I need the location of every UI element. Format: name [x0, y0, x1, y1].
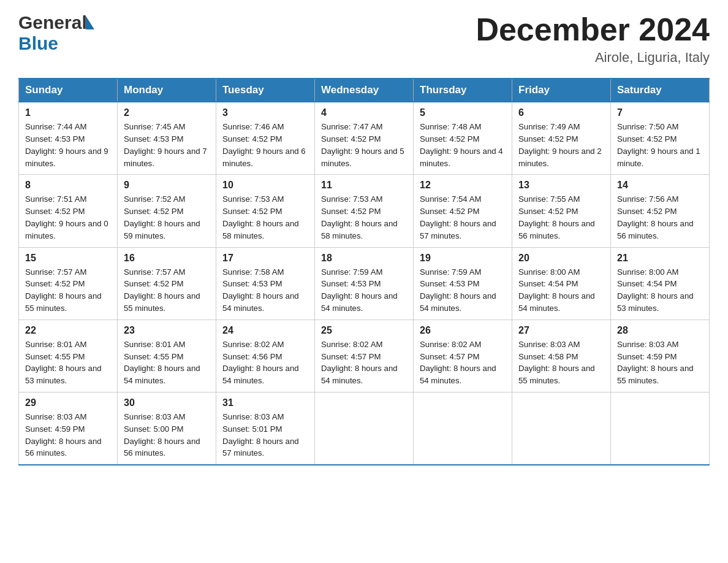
- col-header-thursday: Thursday: [414, 79, 512, 102]
- calendar-cell: 5Sunrise: 7:48 AMSunset: 4:52 PMDaylight…: [414, 102, 512, 175]
- calendar-cell: 17Sunrise: 7:58 AMSunset: 4:53 PMDayligh…: [216, 247, 315, 320]
- calendar-cell: 4Sunrise: 7:47 AMSunset: 4:52 PMDaylight…: [315, 102, 414, 175]
- calendar-cell: 16Sunrise: 7:57 AMSunset: 4:52 PMDayligh…: [118, 247, 216, 320]
- calendar-cell: 12Sunrise: 7:54 AMSunset: 4:52 PMDayligh…: [414, 175, 512, 247]
- day-info: Sunrise: 8:01 AMSunset: 4:55 PMDaylight:…: [124, 339, 210, 387]
- calendar-cell: 11Sunrise: 7:53 AMSunset: 4:52 PMDayligh…: [315, 175, 414, 247]
- day-number: 5: [420, 107, 506, 118]
- day-info: Sunrise: 7:58 AMSunset: 4:53 PMDaylight:…: [222, 266, 308, 315]
- day-number: 12: [420, 180, 506, 191]
- day-info: Sunrise: 7:57 AMSunset: 4:52 PMDaylight:…: [124, 266, 210, 315]
- day-number: 22: [25, 325, 111, 336]
- day-number: 16: [124, 253, 210, 264]
- day-number: 1: [25, 107, 111, 118]
- col-header-saturday: Saturday: [611, 79, 710, 102]
- day-info: Sunrise: 8:03 AMSunset: 5:01 PMDaylight:…: [222, 411, 308, 459]
- day-info: Sunrise: 8:02 AMSunset: 4:57 PMDaylight:…: [420, 339, 506, 387]
- day-number: 21: [617, 253, 703, 264]
- day-info: Sunrise: 8:00 AMSunset: 4:54 PMDaylight:…: [617, 266, 703, 315]
- calendar-cell: 29Sunrise: 8:03 AMSunset: 4:59 PMDayligh…: [19, 392, 118, 465]
- calendar-cell: 25Sunrise: 8:02 AMSunset: 4:57 PMDayligh…: [315, 320, 414, 392]
- day-number: 13: [518, 180, 604, 191]
- calendar-cell: 24Sunrise: 8:02 AMSunset: 4:56 PMDayligh…: [216, 320, 315, 392]
- calendar-cell: 14Sunrise: 7:56 AMSunset: 4:52 PMDayligh…: [611, 175, 710, 247]
- calendar-header-row: SundayMondayTuesdayWednesdayThursdayFrid…: [19, 79, 710, 102]
- calendar-cell: 22Sunrise: 8:01 AMSunset: 4:55 PMDayligh…: [19, 320, 118, 392]
- day-number: 18: [321, 253, 407, 264]
- day-number: 17: [222, 253, 308, 264]
- day-info: Sunrise: 8:03 AMSunset: 4:58 PMDaylight:…: [518, 339, 604, 387]
- day-number: 27: [518, 325, 604, 336]
- day-number: 23: [124, 325, 210, 336]
- day-number: 20: [518, 253, 604, 264]
- calendar-week-row: 22Sunrise: 8:01 AMSunset: 4:55 PMDayligh…: [19, 320, 710, 392]
- day-info: Sunrise: 7:53 AMSunset: 4:52 PMDaylight:…: [222, 193, 308, 242]
- day-info: Sunrise: 7:50 AMSunset: 4:52 PMDaylight:…: [617, 121, 703, 169]
- col-header-tuesday: Tuesday: [216, 79, 315, 102]
- day-number: 6: [518, 107, 604, 118]
- calendar-cell: 27Sunrise: 8:03 AMSunset: 4:58 PMDayligh…: [512, 320, 611, 392]
- calendar-cell: 7Sunrise: 7:50 AMSunset: 4:52 PMDaylight…: [611, 102, 710, 175]
- day-info: Sunrise: 8:03 AMSunset: 5:00 PMDaylight:…: [124, 411, 210, 459]
- logo: General Blue: [18, 12, 94, 54]
- day-number: 24: [222, 325, 308, 336]
- day-number: 2: [124, 107, 210, 118]
- calendar-cell: 23Sunrise: 8:01 AMSunset: 4:55 PMDayligh…: [118, 320, 216, 392]
- calendar-cell: [611, 392, 710, 465]
- day-number: 7: [617, 107, 703, 118]
- col-header-monday: Monday: [118, 79, 216, 102]
- day-number: 31: [222, 397, 308, 408]
- calendar-cell: 18Sunrise: 7:59 AMSunset: 4:53 PMDayligh…: [315, 247, 414, 320]
- day-number: 25: [321, 325, 407, 336]
- calendar-cell: 31Sunrise: 8:03 AMSunset: 5:01 PMDayligh…: [216, 392, 315, 465]
- calendar-cell: 26Sunrise: 8:02 AMSunset: 4:57 PMDayligh…: [414, 320, 512, 392]
- day-info: Sunrise: 7:51 AMSunset: 4:52 PMDaylight:…: [25, 193, 111, 242]
- day-number: 3: [222, 107, 308, 118]
- day-number: 19: [420, 253, 506, 264]
- calendar-cell: 2Sunrise: 7:45 AMSunset: 4:53 PMDaylight…: [118, 102, 216, 175]
- month-title: December 2024: [476, 12, 710, 47]
- day-info: Sunrise: 7:46 AMSunset: 4:52 PMDaylight:…: [222, 121, 308, 169]
- logo-arrow-icon: [86, 16, 94, 29]
- day-info: Sunrise: 7:55 AMSunset: 4:52 PMDaylight:…: [518, 193, 604, 242]
- day-info: Sunrise: 7:54 AMSunset: 4:52 PMDaylight:…: [420, 193, 506, 242]
- logo-blue: Blue: [18, 33, 58, 54]
- calendar-week-row: 15Sunrise: 7:57 AMSunset: 4:52 PMDayligh…: [19, 247, 710, 320]
- calendar-week-row: 8Sunrise: 7:51 AMSunset: 4:52 PMDaylight…: [19, 175, 710, 247]
- day-number: 30: [124, 397, 210, 408]
- calendar-cell: [414, 392, 512, 465]
- day-info: Sunrise: 8:01 AMSunset: 4:55 PMDaylight:…: [25, 339, 111, 387]
- calendar-cell: 6Sunrise: 7:49 AMSunset: 4:52 PMDaylight…: [512, 102, 611, 175]
- calendar-week-row: 1Sunrise: 7:44 AMSunset: 4:53 PMDaylight…: [19, 102, 710, 175]
- day-number: 29: [25, 397, 111, 408]
- col-header-friday: Friday: [512, 79, 611, 102]
- calendar-cell: 19Sunrise: 7:59 AMSunset: 4:53 PMDayligh…: [414, 247, 512, 320]
- day-number: 4: [321, 107, 407, 118]
- col-header-wednesday: Wednesday: [315, 79, 414, 102]
- location: Airole, Liguria, Italy: [476, 50, 710, 66]
- day-info: Sunrise: 7:49 AMSunset: 4:52 PMDaylight:…: [518, 121, 604, 169]
- day-number: 14: [617, 180, 703, 191]
- day-info: Sunrise: 8:03 AMSunset: 4:59 PMDaylight:…: [617, 339, 703, 387]
- day-info: Sunrise: 7:53 AMSunset: 4:52 PMDaylight:…: [321, 193, 407, 242]
- calendar-cell: 9Sunrise: 7:52 AMSunset: 4:52 PMDaylight…: [118, 175, 216, 247]
- calendar-cell: 15Sunrise: 7:57 AMSunset: 4:52 PMDayligh…: [19, 247, 118, 320]
- day-number: 10: [222, 180, 308, 191]
- calendar-cell: 28Sunrise: 8:03 AMSunset: 4:59 PMDayligh…: [611, 320, 710, 392]
- day-number: 28: [617, 325, 703, 336]
- day-info: Sunrise: 7:48 AMSunset: 4:52 PMDaylight:…: [420, 121, 506, 169]
- page-header: General Blue December 2024 Airole, Ligur…: [18, 12, 710, 66]
- calendar-cell: 20Sunrise: 8:00 AMSunset: 4:54 PMDayligh…: [512, 247, 611, 320]
- calendar-table: SundayMondayTuesdayWednesdayThursdayFrid…: [18, 78, 710, 465]
- day-number: 26: [420, 325, 506, 336]
- day-info: Sunrise: 7:56 AMSunset: 4:52 PMDaylight:…: [617, 193, 703, 242]
- day-number: 9: [124, 180, 210, 191]
- day-info: Sunrise: 8:03 AMSunset: 4:59 PMDaylight:…: [25, 411, 111, 459]
- day-info: Sunrise: 7:45 AMSunset: 4:53 PMDaylight:…: [124, 121, 210, 169]
- day-info: Sunrise: 7:59 AMSunset: 4:53 PMDaylight:…: [321, 266, 407, 315]
- calendar-cell: 13Sunrise: 7:55 AMSunset: 4:52 PMDayligh…: [512, 175, 611, 247]
- day-info: Sunrise: 7:59 AMSunset: 4:53 PMDaylight:…: [420, 266, 506, 315]
- calendar-cell: 10Sunrise: 7:53 AMSunset: 4:52 PMDayligh…: [216, 175, 315, 247]
- calendar-cell: [512, 392, 611, 465]
- calendar-cell: 1Sunrise: 7:44 AMSunset: 4:53 PMDaylight…: [19, 102, 118, 175]
